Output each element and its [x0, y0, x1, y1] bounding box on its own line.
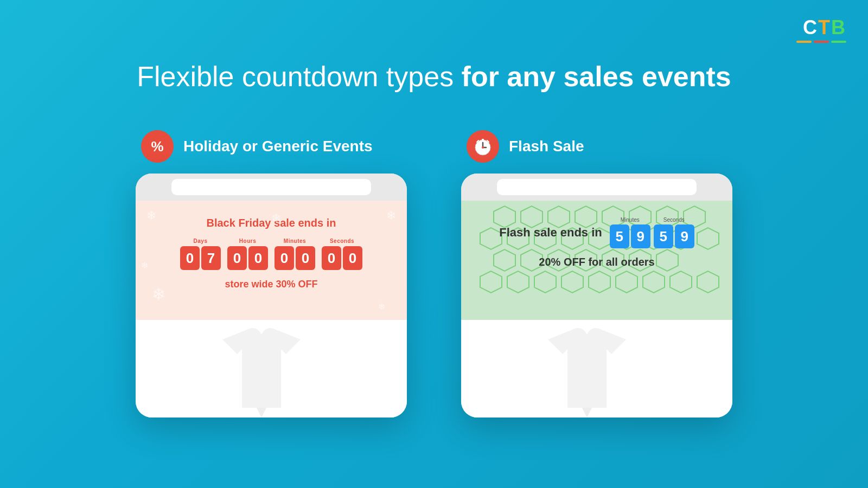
- holiday-icon-badge: %: [141, 130, 174, 163]
- holiday-label: Holiday or Generic Events: [183, 138, 373, 155]
- holiday-subtitle: store wide 30% OFF: [146, 279, 396, 290]
- underline-orange: [796, 41, 812, 43]
- flash-inner: Flash sale ends in Minutes 5 9: [472, 217, 722, 268]
- minutes-digit-0: 0: [275, 246, 294, 270]
- days-group: Days 0 7: [180, 238, 221, 270]
- holiday-address-bar: [171, 179, 371, 195]
- flash-min-digit-0: 5: [610, 224, 629, 248]
- clock-icon: [473, 137, 493, 156]
- days-digits: 0 7: [180, 246, 221, 270]
- holiday-phone-body: [136, 320, 407, 418]
- percent-icon: %: [151, 138, 163, 155]
- logo: CTB: [796, 16, 846, 43]
- flash-icon-badge: [467, 130, 499, 163]
- snowflake-5: ❄: [271, 211, 281, 226]
- hours-digit-1: 0: [248, 246, 268, 270]
- holiday-content: ❄ ❄ ❄ ❄ ❄ ❄ Black Friday sale ends in Da…: [136, 201, 407, 320]
- holiday-label-row: % Holiday or Generic Events: [136, 130, 373, 163]
- flash-minutes-label: Minutes: [621, 217, 640, 223]
- minutes-digit-1: 0: [296, 246, 315, 270]
- flash-address-bar: [497, 179, 697, 195]
- seconds-group: Seconds 0 0: [322, 238, 362, 270]
- holiday-top-bar: [136, 174, 407, 201]
- minutes-digits: 0 0: [275, 246, 315, 270]
- flash-sec-digit-0: 5: [654, 224, 673, 248]
- flash-tshirt: [461, 320, 732, 418]
- svg-marker-34: [507, 271, 529, 293]
- seconds-digit-1: 0: [343, 246, 362, 270]
- hours-digit-0: 0: [227, 246, 247, 270]
- svg-marker-40: [670, 271, 692, 293]
- flash-label-row: Flash Sale: [461, 130, 584, 163]
- svg-marker-39: [643, 271, 665, 293]
- flash-minutes-group: Minutes 5 9: [610, 217, 650, 248]
- snowflake-4: ❄: [141, 260, 148, 271]
- snowflake-1: ❄: [146, 209, 156, 223]
- svg-marker-33: [480, 271, 502, 293]
- flash-seconds-label: Seconds: [663, 217, 685, 223]
- flash-phone-body: [461, 320, 732, 418]
- flash-seconds-group: Seconds 5 9: [654, 217, 694, 248]
- logo-b: B: [831, 16, 846, 38]
- underline-green: [831, 41, 846, 43]
- flash-title-row: Flash sale ends in Minutes 5 9: [472, 217, 722, 248]
- flash-timer: Minutes 5 9 Seconds 5: [610, 217, 694, 248]
- flash-top-bar: [461, 174, 732, 201]
- hours-group: Hours 0 0: [227, 238, 268, 270]
- flash-title: Flash sale ends in: [499, 226, 602, 240]
- seconds-digits: 0 0: [322, 246, 362, 270]
- minutes-group: Minutes 0 0: [275, 238, 315, 270]
- underline-red: [814, 41, 829, 43]
- svg-marker-0: [257, 408, 266, 418]
- flash-section: Flash Sale: [461, 130, 732, 418]
- flash-min-digit-1: 9: [631, 224, 650, 248]
- svg-point-5: [482, 146, 484, 149]
- heading-text: Flexible countdown types for any sales e…: [0, 60, 868, 93]
- flash-minutes-digits: 5 9: [610, 224, 650, 248]
- svg-marker-36: [561, 271, 583, 293]
- svg-rect-6: [482, 139, 484, 140]
- countdown-row: Days 0 7 Hours 0 0: [146, 238, 396, 270]
- svg-marker-42: [582, 408, 592, 418]
- logo-text: CTB: [803, 16, 846, 39]
- days-digit-0: 0: [180, 246, 200, 270]
- logo-c: C: [803, 16, 818, 38]
- cards-container: % Holiday or Generic Events ❄ ❄ ❄ ❄ ❄ ❄ …: [0, 130, 868, 418]
- snowflake-6: ❄: [378, 301, 385, 312]
- svg-marker-38: [616, 271, 637, 293]
- logo-underline: [796, 41, 846, 43]
- days-label: Days: [194, 238, 208, 244]
- flash-subtitle: 20% OFF for all orders: [472, 256, 722, 268]
- logo-t: T: [818, 16, 831, 38]
- flash-seconds-digits: 5 9: [654, 224, 694, 248]
- svg-marker-35: [534, 271, 556, 293]
- minutes-label: Minutes: [284, 238, 306, 244]
- holiday-phone: ❄ ❄ ❄ ❄ ❄ ❄ Black Friday sale ends in Da…: [136, 174, 407, 418]
- snowflake-2: ❄: [386, 209, 396, 223]
- snowflake-3: ❄: [152, 285, 165, 304]
- days-digit-1: 7: [201, 246, 221, 270]
- flash-sec-digit-1: 9: [675, 224, 694, 248]
- svg-marker-41: [697, 271, 719, 293]
- flash-phone: Flash sale ends in Minutes 5 9: [461, 174, 732, 418]
- holiday-section: % Holiday or Generic Events ❄ ❄ ❄ ❄ ❄ ❄ …: [136, 130, 407, 418]
- flash-label: Flash Sale: [509, 138, 584, 155]
- seconds-label: Seconds: [330, 238, 354, 244]
- holiday-tshirt: [136, 320, 407, 418]
- main-heading: Flexible countdown types for any sales e…: [0, 60, 868, 93]
- hours-label: Hours: [239, 238, 256, 244]
- seconds-digit-0: 0: [322, 246, 341, 270]
- flash-content: Flash sale ends in Minutes 5 9: [461, 201, 732, 320]
- hours-digits: 0 0: [227, 246, 268, 270]
- svg-marker-37: [589, 271, 610, 293]
